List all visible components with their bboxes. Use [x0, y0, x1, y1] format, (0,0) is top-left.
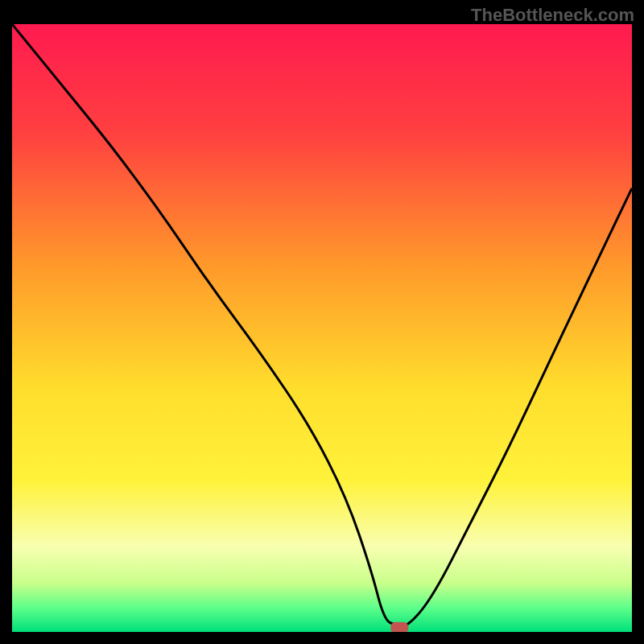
gradient-background: [12, 24, 632, 632]
bottleneck-chart: [12, 24, 632, 632]
watermark-text: TheBottleneck.com: [471, 5, 634, 26]
optimal-point-marker: [390, 622, 408, 632]
